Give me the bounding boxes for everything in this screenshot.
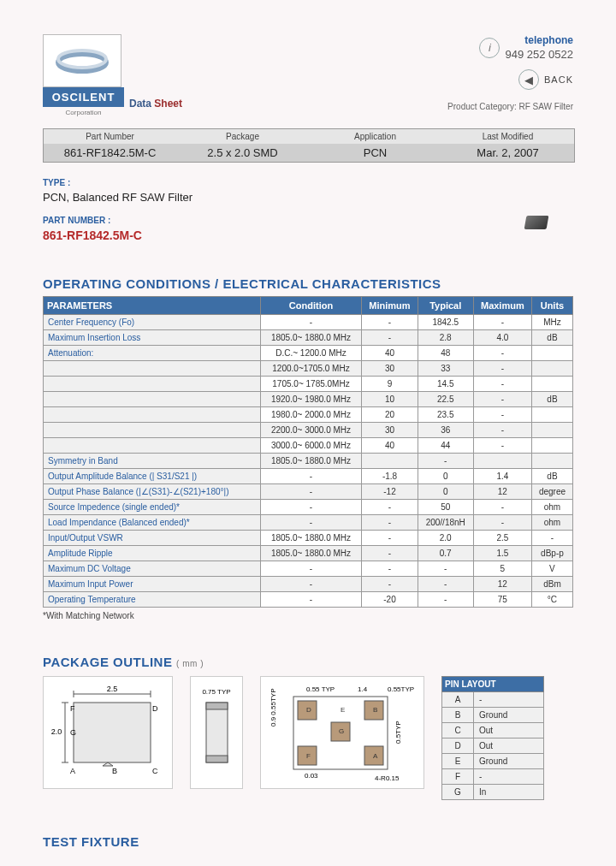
char-cell: degree <box>531 484 572 500</box>
char-th-condition: Condition <box>260 297 362 315</box>
dim-003: 0.03 <box>305 772 318 780</box>
char-row: 2200.0~ 3000.0 MHz3036- <box>44 423 573 438</box>
svg-text:D: D <box>306 706 311 714</box>
char-row: Output Amplitude Balance (| S31/S21 |)--… <box>44 469 573 484</box>
char-cell: 50 <box>418 500 473 515</box>
type-value: PCN, Balanced RF SAW Filter <box>43 191 573 204</box>
pin-cell: Ground <box>474 708 544 723</box>
header: OSCILENT Corporation Data Sheet i teleph… <box>43 34 573 116</box>
header-right: i telephone 949 252 0522 ◀ BACK Product … <box>447 34 573 111</box>
logo-subtext: Corporation <box>43 109 124 116</box>
char-cell <box>44 438 261 454</box>
char-cell: Operating Temperature <box>44 592 261 608</box>
package-title-text: PACKAGE OUTLINE <box>43 655 172 669</box>
svg-text:E: E <box>341 706 345 714</box>
dim-05typ: 0.5TYP <box>394 721 402 744</box>
logo: OSCILENT Corporation <box>43 34 124 116</box>
char-cell: 75 <box>473 592 531 608</box>
info-val-lastmodified: Mar. 2, 2007 <box>441 144 574 162</box>
pin-cell: In <box>474 785 544 800</box>
char-cell: - <box>362 330 418 346</box>
char-cell: Output Phase Balance (|∠(S31)-∠(S21)+180… <box>44 484 261 500</box>
char-cell: - <box>362 577 418 592</box>
char-cell: -1.8 <box>362 469 418 484</box>
pin-row: F- <box>442 769 544 785</box>
info-bar: Part Number Package Application Last Mod… <box>43 128 575 163</box>
pin-cell: Ground <box>474 754 544 769</box>
pin-cell: C <box>442 723 474 738</box>
pin-row: A- <box>442 692 544 708</box>
telephone-line: i telephone 949 252 0522 <box>447 34 573 61</box>
info-head-application: Application <box>309 129 441 144</box>
char-cell: 1842.5 <box>418 315 473 330</box>
char-cell: - <box>260 500 362 515</box>
char-cell: 12 <box>473 577 531 592</box>
characteristics-table: PARAMETERS Condition Minimum Typical Max… <box>43 296 573 608</box>
pin-cell: G <box>442 785 474 800</box>
pin-row: BGround <box>442 708 544 723</box>
partnumber-block: PART NUMBER : 861-RF1842.5M-C <box>43 216 573 242</box>
section-operating-title: OPERATING CONDITIONS / ELECTRICAL CHARAC… <box>43 276 573 291</box>
char-footnote: *With Matching Network <box>43 611 573 620</box>
char-cell: - <box>260 577 362 592</box>
char-row: Symmetry in Band1805.0~ 1880.0 MHz- <box>44 454 573 469</box>
logo-ring-icon <box>43 34 121 87</box>
chip-icon <box>524 216 549 229</box>
char-cell: - <box>418 577 473 592</box>
char-cell: dB <box>531 392 572 407</box>
char-cell: 3000.0~ 6000.0 MHz <box>260 438 362 454</box>
char-th-minimum: Minimum <box>362 297 418 315</box>
partnumber-value: 861-RF1842.5M-C <box>43 228 573 242</box>
char-cell: ohm <box>531 515 572 531</box>
dim-055typ2: 0.55TYP <box>388 685 414 693</box>
dim-width: 2.5 <box>107 685 118 693</box>
char-row: Load Impendance (Balanced ended)*--200//… <box>44 515 573 531</box>
pin-layout-title: PIN LAYOUT <box>442 677 544 692</box>
char-cell: Center Frequency (Fo) <box>44 315 261 330</box>
char-cell: 14.5 <box>418 377 473 392</box>
char-cell: - <box>362 531 418 546</box>
char-cell: 23.5 <box>418 407 473 423</box>
back-arrow-icon: ◀ <box>518 69 539 90</box>
char-cell: D.C.~ 1200.0 MHz <box>260 346 362 361</box>
char-cell: 36 <box>418 423 473 438</box>
info-val-partnumber: 861-RF1842.5M-C <box>44 144 176 162</box>
info-val-package: 2.5 x 2.0 SMD <box>176 144 309 162</box>
svg-text:G: G <box>339 727 344 735</box>
char-row: Maximum DC Voltage---5V <box>44 561 573 577</box>
telephone-number: 949 252 0522 <box>505 48 573 61</box>
char-cell: - <box>260 469 362 484</box>
telephone-label: telephone <box>505 34 573 46</box>
char-cell: 1805.0~ 1880.0 MHz <box>260 454 362 469</box>
char-row: Maximum Insertion Loss1805.0~ 1880.0 MHz… <box>44 330 573 346</box>
char-cell <box>531 361 572 377</box>
char-cell: 2.8 <box>418 330 473 346</box>
char-cell <box>362 454 418 469</box>
char-cell: ohm <box>531 500 572 515</box>
svg-rect-17 <box>206 703 228 709</box>
char-cell: 1920.0~ 1980.0 MHz <box>260 392 362 407</box>
char-cell: 1805.0~ 1880.0 MHz <box>260 531 362 546</box>
dim-075typ: 0.75 TYP <box>202 688 230 696</box>
char-cell: 1705.0~ 1785.0MHz <box>260 377 362 392</box>
info-head-partnumber: Part Number <box>44 129 176 144</box>
char-cell: 1980.0~ 2000.0 MHz <box>260 407 362 423</box>
dim-09: 0.9 0.55TYP <box>270 688 277 726</box>
data-sheet-label: Data Sheet <box>129 98 182 110</box>
package-side-view: 0.75 TYP <box>190 676 243 789</box>
pin-layout-table: PIN LAYOUT A-BGroundCOutDOutEGroundF-GIn <box>441 676 544 800</box>
dim-corner: 4-R0.15 <box>375 774 400 782</box>
back-link[interactable]: ◀ BACK <box>447 69 573 90</box>
char-cell: 40 <box>362 346 418 361</box>
char-cell: °C <box>531 592 572 608</box>
char-cell <box>44 377 261 392</box>
char-cell: 1.4 <box>473 469 531 484</box>
svg-text:A: A <box>70 767 75 775</box>
char-cell: - <box>473 346 531 361</box>
char-cell: 1805.0~ 1880.0 MHz <box>260 546 362 561</box>
logo-block: OSCILENT Corporation Data Sheet <box>43 34 182 116</box>
char-cell: - <box>473 438 531 454</box>
char-cell: 20 <box>362 407 418 423</box>
char-cell: -12 <box>362 484 418 500</box>
char-cell: Input/Output VSWR <box>44 531 261 546</box>
